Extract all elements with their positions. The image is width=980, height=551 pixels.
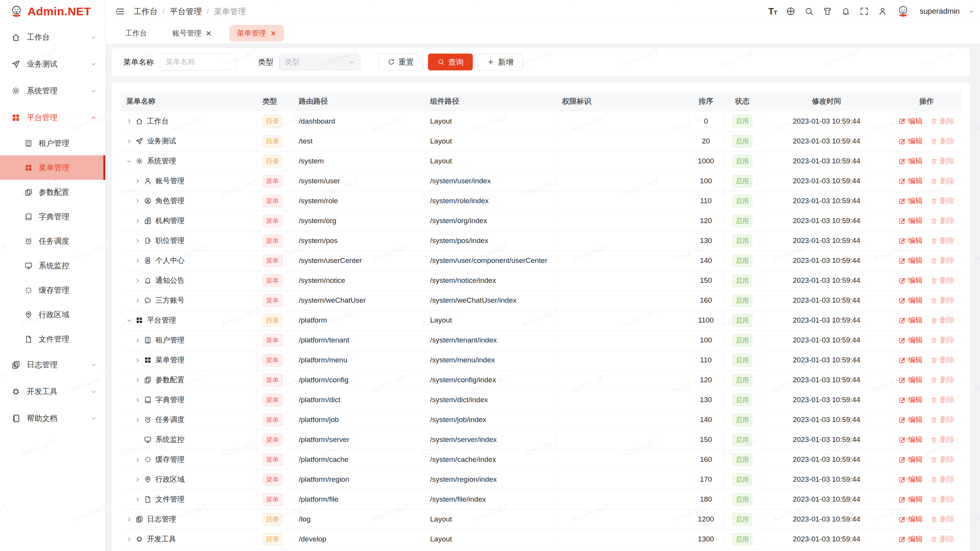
reset-button[interactable]: 重置 (378, 54, 423, 70)
theme-shirt-icon[interactable] (823, 7, 832, 16)
font-size-icon[interactable]: TT (768, 7, 777, 16)
delete-button[interactable]: 删除 (930, 355, 954, 365)
delete-button[interactable]: 删除 (930, 534, 954, 544)
sidebar-subitem-字典管理[interactable]: 字典管理 (0, 204, 105, 229)
delete-button[interactable]: 删除 (930, 156, 954, 166)
fullscreen-icon[interactable] (859, 7, 869, 16)
sidebar-subitem-行政区域[interactable]: 行政区域 (0, 302, 105, 327)
expand-row-icon[interactable] (135, 377, 140, 383)
expand-row-icon[interactable] (135, 258, 140, 264)
expand-row-icon[interactable] (126, 118, 132, 124)
edit-button[interactable]: 编辑 (898, 176, 923, 186)
delete-button[interactable]: 删除 (930, 276, 954, 285)
sidebar-subitem-租户管理[interactable]: 租户管理 (0, 131, 105, 155)
expand-row-icon[interactable] (135, 278, 140, 284)
expand-row-icon[interactable] (135, 198, 140, 204)
sidebar-subitem-任务调度[interactable]: 任务调度 (0, 229, 105, 253)
sidebar-item-2[interactable]: 业务测试 (0, 51, 105, 77)
sidebar-item-5[interactable]: 日志管理 (0, 351, 105, 378)
sidebar-item-7[interactable]: 帮助文档 (0, 405, 105, 432)
breadcrumb-item[interactable]: 平台管理 (170, 6, 202, 17)
username[interactable]: superadmin (920, 7, 960, 16)
collapse-row-icon[interactable] (126, 318, 132, 323)
delete-button[interactable]: 删除 (930, 315, 954, 325)
edit-button[interactable]: 编辑 (898, 335, 923, 345)
expand-row-icon[interactable] (126, 536, 132, 542)
delete-button[interactable]: 删除 (930, 236, 954, 246)
edit-button[interactable]: 编辑 (898, 116, 923, 126)
delete-button[interactable]: 删除 (930, 256, 954, 266)
delete-button[interactable]: 删除 (930, 196, 954, 206)
expand-row-icon[interactable] (135, 337, 140, 343)
tab-工作台[interactable]: 工作台 (118, 25, 155, 42)
type-select[interactable]: 类型 (279, 54, 361, 70)
sidebar-item-1[interactable]: 工作台 (0, 24, 105, 51)
delete-button[interactable]: 删除 (930, 335, 954, 345)
delete-button[interactable]: 删除 (930, 494, 954, 504)
person-icon[interactable] (878, 7, 887, 16)
sidebar-subitem-菜单管理[interactable]: 菜单管理 (0, 155, 105, 180)
edit-button[interactable]: 编辑 (898, 474, 923, 484)
expand-row-icon[interactable] (135, 417, 140, 423)
delete-button[interactable]: 删除 (930, 295, 954, 305)
delete-button[interactable]: 删除 (930, 455, 954, 465)
delete-button[interactable]: 删除 (930, 395, 954, 405)
edit-button[interactable]: 编辑 (898, 395, 923, 405)
sidebar-item-4[interactable]: 平台管理 (0, 104, 105, 131)
language-icon[interactable] (786, 7, 795, 16)
edit-button[interactable]: 编辑 (898, 236, 923, 246)
edit-button[interactable]: 编辑 (898, 315, 923, 325)
expand-row-icon[interactable] (135, 357, 140, 363)
edit-button[interactable]: 编辑 (898, 415, 923, 425)
edit-button[interactable]: 编辑 (898, 375, 923, 385)
expand-row-icon[interactable] (135, 238, 140, 244)
delete-button[interactable]: 删除 (930, 474, 954, 484)
breadcrumb-item[interactable]: 工作台 (134, 6, 158, 17)
delete-button[interactable]: 删除 (930, 415, 954, 425)
delete-button[interactable]: 删除 (930, 116, 954, 126)
menu-name-input[interactable] (160, 54, 236, 70)
edit-button[interactable]: 编辑 (898, 156, 923, 166)
sidebar-collapse-icon[interactable] (115, 7, 125, 16)
sidebar-subitem-缓存管理[interactable]: 缓存管理 (0, 278, 105, 302)
edit-button[interactable]: 编辑 (898, 136, 923, 146)
close-icon[interactable]: ✕ (206, 30, 212, 37)
tab-账号管理[interactable]: 账号管理✕ (165, 25, 219, 42)
edit-button[interactable]: 编辑 (898, 355, 923, 365)
edit-button[interactable]: 编辑 (898, 216, 923, 226)
expand-row-icon[interactable] (135, 298, 140, 303)
delete-button[interactable]: 删除 (930, 435, 954, 445)
edit-button[interactable]: 编辑 (898, 196, 923, 206)
search-button[interactable]: 查询 (428, 54, 473, 70)
delete-button[interactable]: 删除 (930, 176, 954, 186)
sidebar-subitem-文件管理[interactable]: 文件管理 (0, 327, 105, 351)
expand-row-icon[interactable] (135, 397, 140, 403)
edit-button[interactable]: 编辑 (898, 295, 923, 305)
delete-button[interactable]: 删除 (930, 136, 954, 146)
sidebar-item-3[interactable]: 系统管理 (0, 77, 105, 104)
search-icon[interactable] (804, 7, 814, 16)
close-icon[interactable]: ✕ (270, 30, 276, 37)
edit-button[interactable]: 编辑 (898, 276, 923, 285)
tab-菜单管理[interactable]: 菜单管理✕ (229, 25, 284, 42)
expand-row-icon[interactable] (135, 457, 140, 463)
delete-button[interactable]: 删除 (930, 514, 954, 524)
sidebar-subitem-系统监控[interactable]: 系统监控 (0, 253, 105, 278)
delete-button[interactable]: 删除 (930, 216, 954, 226)
expand-row-icon[interactable] (135, 218, 140, 224)
expand-row-icon[interactable] (126, 517, 132, 522)
edit-button[interactable]: 编辑 (898, 534, 923, 544)
user-avatar[interactable] (896, 5, 910, 18)
expand-row-icon[interactable] (135, 477, 140, 483)
edit-button[interactable]: 编辑 (898, 435, 923, 445)
edit-button[interactable]: 编辑 (898, 256, 923, 266)
collapse-row-icon[interactable] (126, 158, 132, 164)
bell-icon[interactable] (841, 7, 851, 16)
sidebar-item-6[interactable]: 开发工具 (0, 378, 105, 405)
sidebar-subitem-参数配置[interactable]: 参数配置 (0, 180, 105, 204)
expand-row-icon[interactable] (126, 139, 132, 144)
expand-row-icon[interactable] (135, 178, 140, 184)
edit-button[interactable]: 编辑 (898, 455, 923, 465)
edit-button[interactable]: 编辑 (898, 494, 923, 504)
edit-button[interactable]: 编辑 (898, 514, 923, 524)
